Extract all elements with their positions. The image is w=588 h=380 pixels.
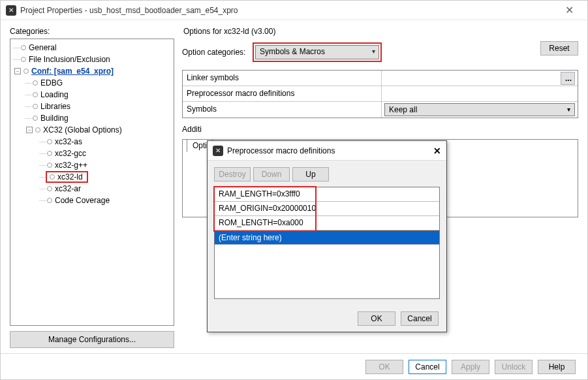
tree-item-xc32-ld[interactable]: ┈┈xc32-ld (10, 171, 174, 183)
row-symbols: Symbols Keep all ▾ (183, 102, 578, 118)
modal-titlebar: ✕ Preprocessor macro definitions ✕ (208, 141, 446, 161)
modal-body: Destroy Down Up RAM_LENGTH=0x3fff0 RAM_O… (208, 161, 446, 306)
tree-item-xc32[interactable]: −XC32 (Global Options) (10, 124, 174, 136)
row-linker-symbols: Linker symbols ... (183, 71, 578, 86)
app-icon: ✕ (213, 146, 223, 156)
option-categories-label: Option categories: (182, 48, 253, 57)
dialog-body: Categories: ┈┈General ┈┈File Inclusion/E… (1, 20, 587, 353)
titlebar: ✕ Project Properties - usb_host_msd_boot… (1, 1, 587, 20)
collapse-icon[interactable]: − (14, 68, 21, 74)
linker-symbols-browse-button[interactable]: ... (561, 72, 575, 85)
chevron-down-icon: ▾ (567, 106, 570, 113)
chevron-down-icon: ▾ (372, 48, 375, 55)
macro-list[interactable]: RAM_LENGTH=0x3fff0 RAM_ORIGIN=0x20000010… (214, 187, 440, 299)
option-categories-value: Symbols & Macros (260, 47, 325, 56)
preprocessor-macro-dialog: ✕ Preprocessor macro definitions ✕ Destr… (207, 140, 447, 332)
help-button[interactable]: Help (538, 360, 576, 374)
preprocessor-label: Preprocessor macro definitions (183, 86, 382, 101)
up-button[interactable]: Up (292, 167, 329, 182)
modal-footer: OK Cancel (208, 306, 446, 332)
manage-configurations-button[interactable]: Manage Configurations... (10, 331, 174, 348)
categories-tree[interactable]: ┈┈General ┈┈File Inclusion/Exclusion −Co… (10, 39, 174, 326)
tree-item-file-inclusion[interactable]: ┈┈File Inclusion/Exclusion (10, 54, 174, 65)
symbols-select[interactable]: Keep all ▾ (384, 103, 575, 116)
option-category-row: Option categories: Symbols & Macros ▾ (182, 42, 578, 62)
tree-item-code-coverage[interactable]: ┈┈Code Coverage (10, 195, 174, 206)
tree-item-loading[interactable]: ┈┈Loading (10, 89, 174, 101)
tree-item-xc32-gpp[interactable]: ┈┈xc32-g++ (10, 159, 174, 171)
ok-button[interactable]: OK (365, 360, 403, 374)
tree-item-conf[interactable]: −Conf: [sam_e54_xpro] (10, 65, 174, 77)
tree-item-edbg[interactable]: ┈┈EDBG (10, 77, 174, 89)
app-icon: ✕ (6, 5, 16, 16)
dialog-footer: OK Cancel Apply Unlock Help (1, 353, 587, 379)
linker-symbols-label: Linker symbols (183, 71, 382, 86)
list-item[interactable]: RAM_ORIGIN=0x20000010 (215, 202, 439, 216)
options-for-label: Options for xc32-ld (v3.00) (183, 27, 578, 36)
modal-cancel-button[interactable]: Cancel (401, 311, 439, 326)
close-icon[interactable]: ✕ (433, 146, 441, 156)
modal-ok-button[interactable]: OK (358, 311, 395, 326)
list-item[interactable]: RAM_LENGTH=0x3fff0 (215, 187, 439, 202)
additional-label: Additi (182, 125, 578, 134)
modal-title: Preprocessor macro definitions (227, 146, 433, 155)
tree-item-libraries[interactable]: ┈┈Libraries (10, 101, 174, 112)
collapse-icon[interactable]: − (26, 127, 33, 133)
options-grid: Linker symbols ... Preprocessor macro de… (182, 70, 578, 118)
tree-item-xc32-ar[interactable]: ┈┈xc32-ar (10, 183, 174, 195)
option-categories-select[interactable]: Symbols & Macros ▾ (255, 45, 379, 59)
close-icon[interactable]: ✕ (556, 4, 582, 16)
tree-item-xc32-as[interactable]: ┈┈xc32-as (10, 136, 174, 148)
categories-label: Categories: (10, 27, 174, 36)
tree-item-building[interactable]: ┈┈Building (10, 112, 174, 124)
list-item[interactable]: ROM_LENGTH=0xa000 (215, 216, 439, 230)
tree-item-xc32-gcc[interactable]: ┈┈xc32-gcc (10, 148, 174, 159)
project-properties-window: ✕ Project Properties - usb_host_msd_boot… (0, 0, 588, 380)
reset-button[interactable]: Reset (540, 41, 578, 55)
symbols-select-value: Keep all (389, 105, 417, 114)
row-preprocessor-macros: Preprocessor macro definitions (183, 86, 578, 102)
destroy-button[interactable]: Destroy (214, 167, 251, 182)
categories-panel: Categories: ┈┈General ┈┈File Inclusion/E… (10, 27, 174, 348)
modal-toolbar: Destroy Down Up (214, 167, 440, 182)
cancel-button[interactable]: Cancel (409, 360, 446, 374)
symbols-label: Symbols (183, 102, 382, 118)
list-item-new[interactable]: (Enter string here) (215, 230, 439, 245)
unlock-button[interactable]: Unlock (495, 360, 533, 374)
apply-button[interactable]: Apply (452, 360, 489, 374)
window-title: Project Properties - usb_host_msd_bootlo… (20, 6, 556, 15)
tree-item-general[interactable]: ┈┈General (10, 42, 174, 54)
down-button[interactable]: Down (253, 167, 290, 182)
